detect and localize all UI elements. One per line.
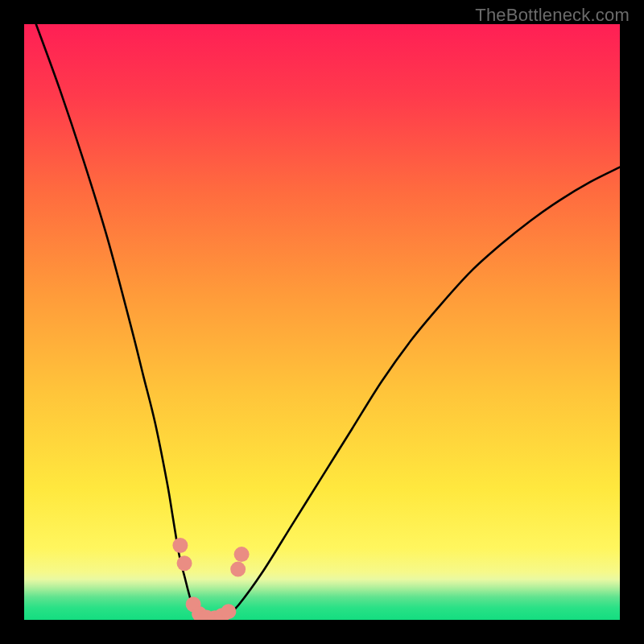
- marker-dot: [230, 562, 246, 577]
- marker-dot: [172, 538, 188, 553]
- watermark-text: TheBottleneck.com: [475, 5, 630, 26]
- marker-dot: [177, 555, 192, 571]
- marker-dot: [221, 604, 236, 619]
- chart-frame: TheBottleneck.com: [0, 0, 644, 644]
- gradient-background: [24, 24, 620, 620]
- bottleneck-chart: [24, 24, 620, 620]
- marker-dot: [234, 547, 250, 562]
